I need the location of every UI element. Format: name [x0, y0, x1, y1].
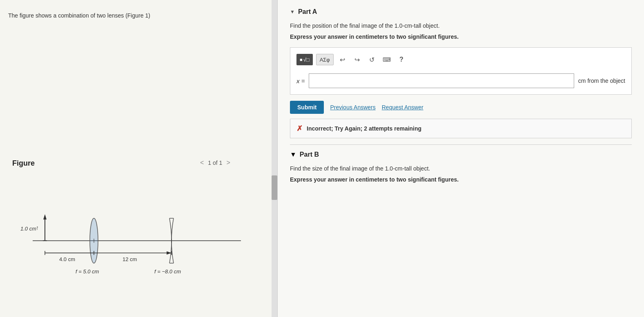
- figure-description: The figure shows a combination of two le…: [8, 12, 269, 19]
- submit-row: Submit Previous Answers Request Answer: [290, 101, 632, 114]
- help-button[interactable]: ?: [396, 54, 407, 65]
- part-a-question1: Find the position of the final image of …: [290, 22, 632, 30]
- prev-button[interactable]: <: [200, 159, 204, 166]
- svg-text:f = −8.0 cm: f = −8.0 cm: [154, 268, 181, 275]
- left-panel: The figure shows a combination of two le…: [0, 0, 278, 317]
- svg-text:↑: ↑: [36, 224, 39, 231]
- next-button[interactable]: >: [226, 159, 230, 166]
- svg-marker-2: [43, 214, 47, 219]
- greek-button[interactable]: ΑΣφ: [316, 54, 334, 65]
- svg-text:1.0 cm: 1.0 cm: [20, 226, 36, 232]
- redo-button[interactable]: ↪: [352, 54, 363, 65]
- part-a-header: ▼ Part A: [290, 8, 632, 16]
- request-answer-button[interactable]: Request Answer: [382, 104, 423, 111]
- incorrect-icon: ✗: [296, 124, 303, 133]
- part-b-title: Part B: [300, 151, 319, 158]
- page-indicator: 1 of 1: [208, 160, 222, 166]
- part-b-question1: Find the size of the final image of the …: [290, 164, 632, 173]
- variable-label: x =: [296, 78, 305, 84]
- divider: [290, 144, 632, 145]
- answer-input[interactable]: [309, 73, 574, 88]
- figure-nav: < 1 of 1 >: [200, 159, 230, 166]
- part-b-header: ▼ Part B: [290, 151, 632, 158]
- answer-box: ■ √□ ΑΣφ ↩ ↪ ↺ ⌨ ? x = cm from the objec…: [290, 47, 632, 95]
- lens-diagram: 1.0 cm ↑ f = 5.0 cm f = −8.0 cm 4.0 cm: [12, 175, 265, 298]
- keyboard-button[interactable]: ⌨: [381, 54, 392, 65]
- feedback-message: Incorrect; Try Again; 2 attempts remaini…: [307, 125, 421, 132]
- description-text: The figure shows a combination of two le…: [8, 12, 150, 19]
- refresh-button[interactable]: ↺: [366, 54, 378, 65]
- right-panel: ▼ Part A Find the position of the final …: [278, 0, 644, 317]
- svg-text:12 cm: 12 cm: [123, 256, 137, 262]
- input-row: x = cm from the object: [296, 73, 625, 88]
- figure-label: Figure: [12, 159, 35, 168]
- unit-label: cm from the object: [578, 78, 625, 84]
- math-template-button[interactable]: ■ √□: [296, 54, 313, 65]
- svg-text:4.0 cm: 4.0 cm: [59, 256, 75, 262]
- part-b-question2: Express your answer in centimeters to tw…: [290, 175, 632, 184]
- part-b-arrow-icon[interactable]: ▼: [290, 151, 296, 158]
- part-a-arrow-icon[interactable]: ▼: [290, 9, 295, 15]
- previous-answers-button[interactable]: Previous Answers: [330, 104, 375, 111]
- svg-text:f = 5.0 cm: f = 5.0 cm: [76, 268, 99, 275]
- part-a-title: Part A: [298, 8, 317, 16]
- submit-button[interactable]: Submit: [290, 101, 324, 114]
- math-toolbar: ■ √□ ΑΣφ ↩ ↪ ↺ ⌨ ?: [296, 54, 625, 69]
- feedback-box: ✗ Incorrect; Try Again; 2 attempts remai…: [290, 119, 632, 138]
- undo-button[interactable]: ↩: [337, 54, 348, 65]
- sqrt-icon: √□: [303, 57, 310, 63]
- part-a-question2: Express your answer in centimeters to tw…: [290, 33, 632, 41]
